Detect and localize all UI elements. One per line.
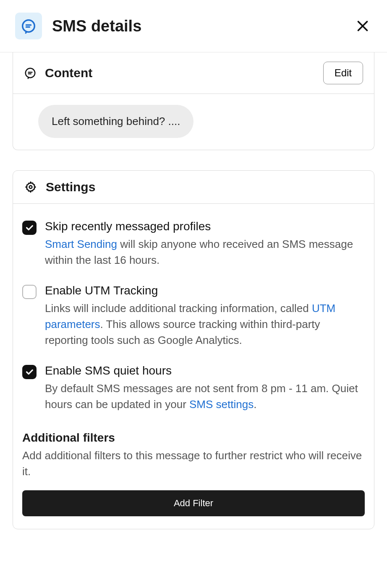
modal-body: Content Edit Left something behind? ....…	[0, 52, 387, 542]
checkbox-skip-recently[interactable]	[22, 221, 37, 235]
setting-desc: Links will include additional tracking i…	[45, 301, 365, 348]
svg-point-1	[26, 68, 35, 78]
check-icon	[25, 223, 34, 232]
content-card-header: Content Edit	[13, 52, 374, 94]
setting-desc: Smart Sending will skip anyone who recei…	[45, 237, 365, 268]
setting-label: Skip recently messaged profiles	[45, 220, 365, 233]
content-icon	[24, 67, 37, 79]
content-card: Content Edit Left something behind? ....	[13, 52, 374, 150]
setting-label: Enable UTM Tracking	[45, 284, 365, 297]
smart-sending-link[interactable]: Smart Sending	[45, 238, 117, 250]
setting-desc: By default SMS messages are not sent fro…	[45, 381, 365, 412]
checkbox-utm[interactable]	[22, 285, 37, 299]
setting-label: Enable SMS quiet hours	[45, 364, 365, 377]
sms-settings-link[interactable]: SMS settings	[189, 398, 254, 411]
modal-header: SMS details	[0, 0, 387, 52]
setting-text: Enable UTM Tracking Links will include a…	[45, 284, 365, 348]
edit-button[interactable]: Edit	[323, 62, 363, 84]
settings-card: Settings Skip recently messaged profiles…	[13, 170, 374, 529]
sms-icon	[21, 18, 37, 34]
setting-quiet-hours: Enable SMS quiet hours By default SMS me…	[22, 362, 365, 426]
add-filter-button[interactable]: Add Filter	[22, 490, 365, 516]
setting-utm-tracking: Enable UTM Tracking Links will include a…	[22, 281, 365, 362]
close-button[interactable]	[353, 17, 372, 35]
settings-card-header: Settings	[13, 171, 374, 204]
modal-title: SMS details	[52, 17, 343, 35]
settings-title: Settings	[46, 180, 363, 194]
setting-text: Skip recently messaged profiles Smart Se…	[45, 220, 365, 268]
check-icon	[25, 367, 34, 377]
settings-body: Skip recently messaged profiles Smart Se…	[13, 204, 374, 529]
svg-point-0	[23, 20, 35, 32]
additional-filters-header: Additional filters	[22, 431, 365, 445]
additional-filters-desc: Add additional filters to this message t…	[22, 448, 365, 479]
setting-text: Enable SMS quiet hours By default SMS me…	[45, 364, 365, 412]
content-title: Content	[45, 66, 315, 80]
svg-point-2	[29, 186, 32, 189]
sms-icon-box	[15, 13, 42, 39]
setting-skip-recently-messaged: Skip recently messaged profiles Smart Se…	[22, 217, 365, 281]
gear-icon	[24, 180, 37, 194]
checkbox-quiet-hours[interactable]	[22, 365, 37, 379]
content-body: Left something behind? ....	[13, 94, 374, 150]
close-icon	[355, 18, 370, 34]
sms-preview-bubble: Left something behind? ....	[38, 105, 194, 138]
